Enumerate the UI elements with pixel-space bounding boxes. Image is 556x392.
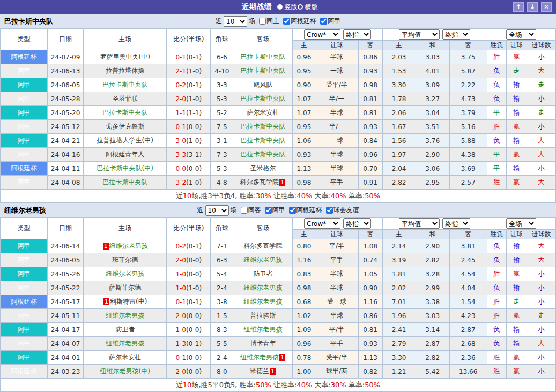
bookmaker-select[interactable]: Crow* xyxy=(304,29,340,40)
asia-home-odds: 1.16 xyxy=(293,253,315,267)
competition-badge: 阿甲 xyxy=(1,64,48,78)
halftime-score: (0-1) xyxy=(186,243,202,250)
halftime-score: (0-0) xyxy=(186,270,202,278)
match-count-select[interactable]: 10 xyxy=(205,205,229,216)
column-header: 类型 xyxy=(1,29,48,50)
result-handicap: 输 xyxy=(506,323,527,337)
competition-filter-0[interactable]: 阿根廷杯 xyxy=(281,17,316,26)
competition-checkbox[interactable] xyxy=(326,207,333,214)
competition-badge: 阿甲 xyxy=(1,106,48,120)
same-side-filter[interactable]: 同主 xyxy=(257,17,279,26)
sub-column-header: 让球 xyxy=(315,41,358,50)
result-goals: 小 xyxy=(527,120,555,134)
result-winloss: 负 xyxy=(487,64,506,78)
home-team-cell: 拉普拉塔体操 xyxy=(84,64,167,78)
view-option-1[interactable]: 横版 xyxy=(298,3,318,12)
asia-away-odds: 0.81 xyxy=(358,106,382,120)
asia-home-odds: 0.95 xyxy=(293,120,315,134)
result-goals: 走 xyxy=(527,106,555,120)
home-team-name: 纽维尔老男孩 xyxy=(109,242,148,250)
competition-filter-1[interactable]: 阿根廷杯 xyxy=(287,206,322,215)
asia-handicap: 半球 xyxy=(315,267,358,281)
euro-draw-odds: 2.87 xyxy=(416,337,449,351)
match-date: 24-04-11 xyxy=(48,162,84,176)
home-team-name: 纽维尔老男孩 xyxy=(106,340,144,347)
result-goals: 大 xyxy=(527,337,555,351)
asia-home-odds: 0.98 xyxy=(293,176,315,190)
home-team-cell: 萨尔米安杜 xyxy=(84,351,167,365)
halftime-score: (0-1) xyxy=(186,54,202,61)
match-count-select[interactable]: 10 xyxy=(224,16,247,27)
away-team-name: 巴拉卡斯中央队 xyxy=(240,95,285,102)
result-handicap: 输 xyxy=(506,162,527,176)
euro-stage-select[interactable]: 终指 xyxy=(442,29,470,40)
asia-handicap: 受平/半 xyxy=(315,351,358,365)
euro-draw-odds: 3.06 xyxy=(416,162,449,176)
scope-select[interactable]: 全场 xyxy=(506,29,536,40)
home-team-cell: 1利斯特雷(中) xyxy=(84,295,167,309)
home-team-name: 巴拉卡斯中央队(中) xyxy=(97,164,153,172)
asia-handicap: 半球 xyxy=(315,309,358,323)
competition-checkbox[interactable] xyxy=(283,18,290,25)
home-team-cell: 巴拉卡斯中央队 xyxy=(84,106,167,120)
view-options: 竖版横版 xyxy=(277,3,318,12)
sub-column-header: 客 xyxy=(449,230,487,239)
corners-cell: 2-4 xyxy=(211,351,233,365)
away-team-cell: 普拉腾斯 xyxy=(233,309,293,323)
match-date: 24-05-11 xyxy=(48,309,84,323)
competition-filter-2[interactable]: 球会友谊 xyxy=(324,206,359,215)
away-team-name: 巴拉卡斯中央队 xyxy=(240,67,285,74)
competition-filter-1[interactable]: 阿甲 xyxy=(318,17,340,26)
column-header: 日期 xyxy=(48,218,84,239)
match-row: 阿甲24-05-12戈多伊克鲁斯0-1(0-0)7-5巴拉卡斯中央队0.95半/… xyxy=(1,120,556,134)
competition-checkbox[interactable] xyxy=(265,207,272,214)
match-date: 24-04-16 xyxy=(48,148,84,162)
asia-home-odds: 0.80 xyxy=(293,239,315,253)
score-cell: 0-1(0-1) xyxy=(167,50,211,64)
same-side-checkbox[interactable] xyxy=(241,207,248,214)
summary-segment: 30% xyxy=(331,381,346,389)
euro-draw-odds: 2.82 xyxy=(416,253,449,267)
euro-away-odds: 5.87 xyxy=(449,64,487,78)
view-option-0[interactable]: 竖版 xyxy=(277,3,298,12)
asia-stage-select[interactable]: 终指 xyxy=(343,29,371,40)
score-cell: 2-1(1-0) xyxy=(167,64,211,78)
asia-home-odds: 0.96 xyxy=(293,337,315,351)
euro-stage-select[interactable]: 终指 xyxy=(442,218,470,229)
asia-handicap: 半球 xyxy=(315,106,358,120)
euro-avg-select[interactable]: 平均值 xyxy=(399,218,440,229)
asia-handicap: 平手 xyxy=(315,337,358,351)
section-team-title: 纽维尔老男孩 xyxy=(4,206,46,215)
radio-icon[interactable] xyxy=(277,4,283,10)
column-header: 比分(半场) xyxy=(167,29,211,50)
euro-away-odds: 5.16 xyxy=(449,120,487,134)
scope-select[interactable]: 全场 xyxy=(506,218,536,229)
home-team-name: 拉普拉塔体操 xyxy=(106,67,144,74)
corners-cell: 4-10 xyxy=(211,64,233,78)
match-date: 24-06-05 xyxy=(48,78,84,92)
match-row: 阿甲24-05-11纽维尔老男孩2-0(0-0)1-5普拉腾斯1.02半球0.8… xyxy=(1,309,556,323)
same-side-filter[interactable]: 同客 xyxy=(239,206,261,215)
away-team-name: 纽维尔老男孩 xyxy=(243,298,282,305)
competition-checkbox[interactable] xyxy=(289,207,296,214)
same-side-checkbox[interactable] xyxy=(259,18,266,25)
competition-badge: 阿甲 xyxy=(1,337,48,351)
asia-stage-select[interactable]: 终指 xyxy=(343,218,371,229)
competition-checkbox[interactable] xyxy=(320,18,327,25)
competition-filter-0[interactable]: 阿甲 xyxy=(263,206,285,215)
sub-column-header: 和 xyxy=(416,230,449,239)
move-up-button[interactable]: ↑ xyxy=(513,2,524,12)
radio-icon[interactable] xyxy=(298,4,303,10)
bookmaker-select[interactable]: Crow* xyxy=(304,218,340,229)
result-winloss: 负 xyxy=(487,78,506,92)
home-team-name: 纽维尔老男孩 xyxy=(106,270,144,277)
halftime-score: (0-0) xyxy=(186,165,202,172)
euro-avg-select[interactable]: 平均值 xyxy=(399,29,440,40)
match-row: 阿根廷杯24-04-11巴拉卡斯中央队(中)0-0(0-0)5-3圣米格尔1.1… xyxy=(1,162,556,176)
asia-away-odds: 0.70 xyxy=(358,162,382,176)
match-date: 24-04-17 xyxy=(48,323,84,337)
move-down-button[interactable]: ↓ xyxy=(527,2,538,12)
result-goals: 大 xyxy=(527,134,555,148)
close-icon[interactable]: ✕ xyxy=(541,2,552,12)
home-team-cell: 阿根廷青年人 xyxy=(84,148,167,162)
